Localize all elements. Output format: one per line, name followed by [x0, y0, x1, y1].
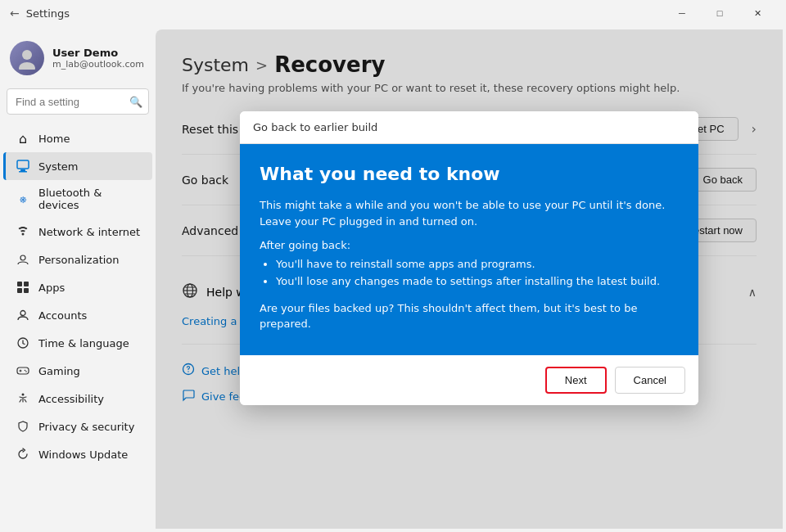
sidebar-label-system: System [38, 160, 78, 173]
modal-bullets: You'll have to reinstall some apps and p… [260, 256, 679, 291]
sidebar-label-network: Network & internet [38, 226, 140, 238]
sidebar-label-bluetooth: Bluetooth & devices [38, 187, 142, 211]
maximize-button[interactable]: □ [701, 0, 739, 26]
avatar [10, 41, 44, 75]
search-input[interactable] [7, 88, 149, 115]
modal-cancel-button[interactable]: Cancel [615, 367, 685, 394]
modal-subhead: After going back: [260, 239, 679, 251]
app-container: User Demo m_lab@outlook.com 🔍 ⌂ Home [0, 26, 786, 532]
apps-icon [16, 280, 30, 295]
network-icon [16, 224, 30, 239]
sidebar-item-privacy[interactable]: Privacy & security [3, 413, 152, 440]
modal-title: What you need to know [260, 164, 679, 184]
title-bar: ← Settings ─ □ ✕ [0, 0, 786, 26]
title-bar-controls: ─ □ ✕ [663, 0, 776, 26]
accessibility-icon [16, 391, 30, 406]
modal-top-bar: Go back to earlier build [240, 111, 698, 144]
sidebar-label-personalization: Personalization [38, 254, 120, 266]
svg-rect-7 [17, 282, 22, 286]
svg-rect-3 [20, 169, 25, 171]
svg-point-15 [25, 371, 27, 372]
svg-rect-4 [19, 171, 27, 173]
sidebar-item-system[interactable]: System [3, 152, 152, 180]
svg-rect-13 [17, 367, 29, 374]
modal-top-label: Go back to earlier build [253, 121, 377, 133]
back-arrow-icon[interactable]: ← [10, 7, 20, 20]
sidebar-item-bluetooth[interactable]: ⎈ Bluetooth & devices [3, 180, 152, 218]
sidebar-item-personalization[interactable]: Personalization [3, 246, 152, 273]
windows-update-icon [16, 447, 30, 462]
close-button[interactable]: ✕ [739, 0, 776, 26]
modal-overlay: Go back to earlier build What you need t… [156, 29, 783, 529]
svg-point-0 [22, 50, 32, 60]
sidebar-label-home: Home [38, 133, 70, 145]
sidebar-nav: ⌂ Home System ⎈ Bluetooth & devices [0, 124, 156, 468]
svg-rect-9 [17, 288, 22, 293]
svg-rect-2 [17, 160, 29, 169]
sidebar-item-gaming[interactable]: Gaming [3, 357, 152, 385]
modal-bullet1: You'll have to reinstall some apps and p… [276, 256, 679, 273]
user-name: User Demo [52, 47, 144, 59]
personalization-icon [16, 252, 30, 267]
sidebar-label-gaming: Gaming [38, 365, 80, 377]
main-content: System > Recovery If you're having probl… [156, 29, 783, 529]
svg-point-14 [25, 370, 26, 372]
sidebar: User Demo m_lab@outlook.com 🔍 ⌂ Home [0, 26, 156, 532]
sidebar-label-privacy: Privacy & security [38, 421, 134, 433]
gaming-icon [16, 363, 30, 378]
svg-point-6 [20, 255, 25, 260]
modal-next-button[interactable]: Next [545, 367, 607, 394]
sidebar-item-home[interactable]: ⌂ Home [3, 124, 152, 152]
modal-dialog: Go back to earlier build What you need t… [240, 111, 698, 405]
sidebar-item-windows-update[interactable]: Windows Update [3, 440, 152, 468]
system-icon [16, 159, 30, 174]
svg-point-5 [22, 233, 25, 236]
search-box: 🔍 [7, 88, 149, 115]
svg-rect-10 [24, 288, 29, 293]
user-info: User Demo m_lab@outlook.com [52, 47, 144, 70]
sidebar-label-accounts: Accounts [38, 309, 87, 322]
sidebar-item-accessibility[interactable]: Accessibility [3, 385, 152, 413]
sidebar-item-network[interactable]: Network & internet [3, 218, 152, 246]
home-icon: ⌂ [16, 131, 30, 146]
sidebar-label-windows-update: Windows Update [38, 449, 128, 461]
search-icon: 🔍 [129, 96, 142, 108]
modal-bullet2: You'll lose any changes made to settings… [276, 273, 679, 291]
svg-point-11 [20, 311, 25, 316]
sidebar-label-time: Time & language [38, 337, 129, 349]
sidebar-label-accessibility: Accessibility [38, 393, 104, 405]
sidebar-label-apps: Apps [38, 282, 65, 294]
svg-rect-8 [24, 282, 29, 286]
sidebar-item-time[interactable]: Time & language [3, 329, 152, 357]
modal-body: What you need to know This might take a … [240, 144, 698, 355]
modal-question: Are your files backed up? This shouldn't… [260, 300, 679, 332]
modal-footer: Next Cancel [240, 355, 698, 405]
privacy-icon [16, 419, 30, 434]
bluetooth-icon: ⎈ [16, 192, 30, 206]
title-bar-left: ← Settings [10, 7, 70, 20]
sidebar-item-accounts[interactable]: Accounts [3, 301, 152, 329]
svg-point-16 [22, 394, 25, 396]
app-title: Settings [26, 7, 70, 20]
user-email: m_lab@outlook.com [52, 59, 144, 70]
minimize-button[interactable]: ─ [663, 0, 701, 26]
time-icon [16, 336, 30, 350]
user-profile[interactable]: User Demo m_lab@outlook.com [0, 33, 156, 88]
modal-paragraph1: This might take a while and you won't be… [260, 197, 679, 229]
sidebar-item-apps[interactable]: Apps [3, 273, 152, 301]
svg-point-1 [19, 62, 35, 70]
accounts-icon [16, 308, 30, 322]
